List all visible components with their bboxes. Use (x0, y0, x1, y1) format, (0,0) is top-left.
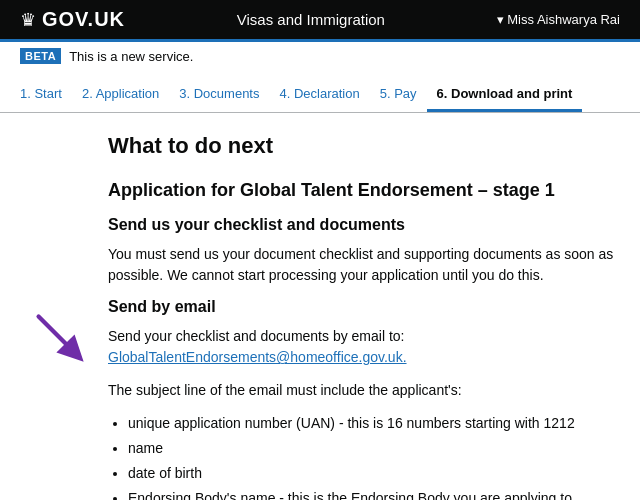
main-content: What to do next Application for Global T… (0, 113, 640, 500)
beta-tag: BETA (20, 48, 61, 64)
nav-item-download[interactable]: 6. Download and print (427, 80, 583, 112)
user-name[interactable]: Miss Aishwarya Rai (497, 12, 620, 27)
beta-message: This is a new service. (69, 49, 193, 64)
page-title: What to do next (108, 133, 620, 159)
email-link[interactable]: GlobalTalentEndorsements@homeoffice.gov.… (108, 349, 407, 365)
progress-nav: 1. Start 2. Application 3. Documents 4. … (0, 70, 640, 113)
arrow-decoration (30, 308, 90, 368)
crown-icon: ♛ (20, 9, 36, 31)
gov-uk-logo: ♛ GOV.UK (20, 8, 125, 31)
subject-line-text: The subject line of the email must inclu… (108, 380, 620, 401)
list-item: unique application number (UAN) - this i… (128, 413, 620, 434)
section-heading: Application for Global Talent Endorsemen… (108, 179, 620, 202)
nav-item-declaration[interactable]: 4. Declaration (269, 80, 369, 112)
beta-banner: BETA This is a new service. (0, 39, 640, 70)
nav-item-pay[interactable]: 5. Pay (370, 80, 427, 112)
send-by-email-body: Send your checklist and documents by ema… (108, 326, 620, 368)
list-item: name (128, 438, 620, 459)
nav-item-application[interactable]: 2. Application (72, 80, 169, 112)
nav-item-start[interactable]: 1. Start (20, 80, 72, 112)
svg-line-1 (39, 317, 75, 353)
send-checklist-body: You must send us your document checklist… (108, 244, 620, 286)
bullet-list: unique application number (UAN) - this i… (128, 413, 620, 500)
send-checklist-heading: Send us your checklist and documents (108, 216, 620, 234)
list-item: date of birth (128, 463, 620, 484)
send-by-email-heading: Send by email (108, 298, 620, 316)
list-item: Endorsing Body's name - this is the Endo… (128, 488, 620, 500)
site-header: ♛ GOV.UK Visas and Immigration Miss Aish… (0, 0, 640, 39)
service-title: Visas and Immigration (237, 11, 385, 28)
gov-uk-text: GOV.UK (42, 8, 125, 31)
nav-item-documents[interactable]: 3. Documents (169, 80, 269, 112)
